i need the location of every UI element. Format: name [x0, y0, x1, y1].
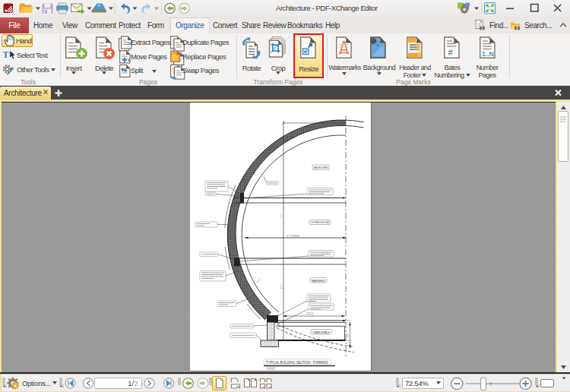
svg-text:1..N: 1..N — [482, 50, 494, 58]
svg-text:4'-0": 4'-0" — [347, 333, 350, 337]
svg-text:1/2: 1/2 — [128, 379, 138, 387]
svg-text:Search...: Search... — [524, 21, 552, 30]
svg-text:21'-0": 21'-0" — [255, 277, 261, 283]
svg-text:BASEMENT: BASEMENT — [312, 279, 325, 283]
svg-text:LIVING ROOM: LIVING ROOM — [311, 220, 329, 224]
svg-text:T: T — [3, 49, 9, 60]
svg-text:9'-1": 9'-1" — [280, 155, 283, 160]
svg-text:#: # — [448, 48, 453, 57]
svg-text:TYPICAL BUILDING SECTION - FOR: TYPICAL BUILDING SECTION - FORMING — [266, 360, 328, 365]
svg-text:BEDROOMS: BEDROOMS — [314, 166, 328, 169]
svg-text:Find...: Find... — [489, 21, 508, 30]
svg-text:8'-6": 8'-6" — [280, 284, 283, 289]
svg-text:CRAWLSPACE: CRAWLSPACE — [312, 330, 330, 334]
svg-text:9'-1": 9'-1" — [280, 213, 283, 218]
svg-text:8'-0" FINISH: 8'-0" FINISH — [287, 235, 299, 238]
